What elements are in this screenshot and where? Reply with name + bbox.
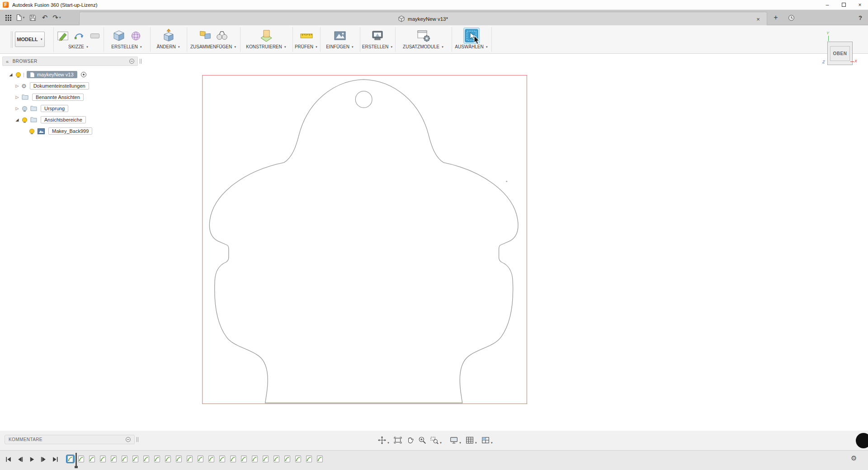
ribbon-dropdown-auswaehlen[interactable]: AUSWÄHLEN▼ — [452, 44, 491, 49]
insert-image-icon[interactable] — [333, 28, 347, 43]
visibility-bulb-icon[interactable] — [29, 129, 34, 133]
ribbon-dropdown-konstruieren[interactable]: KONSTRUIEREN▼ — [240, 44, 292, 49]
measure-icon[interactable] — [299, 28, 314, 43]
ribbon-dropdown-einfuegen[interactable]: EINFÜGEN▼ — [320, 44, 360, 49]
interference-icon[interactable] — [215, 29, 229, 42]
ribbon-dropdown-erstellen[interactable]: ERSTELLEN▼ — [104, 44, 150, 49]
timeline-feature-18-sketch-icon[interactable] — [251, 455, 259, 463]
project-geometry-icon[interactable] — [73, 29, 85, 42]
expand-open-icon[interactable]: ◢ — [14, 118, 20, 122]
sketch-plane-icon[interactable] — [89, 29, 101, 42]
file-menu-button[interactable]: ▼ — [15, 12, 26, 24]
browser-item-ansichtsbereiche[interactable]: ◢ Ansichtsbereiche — [2, 115, 138, 124]
go-to-end-button[interactable] — [52, 456, 59, 463]
create-form-icon[interactable] — [129, 29, 142, 42]
feedback-bubble[interactable] — [856, 433, 868, 448]
ribbon-dropdown-zusatzmodule[interactable]: ZUSATZMODULE▼ — [395, 44, 452, 49]
collapse-panel-icon[interactable]: « — [6, 59, 9, 64]
make-3dprint-icon[interactable] — [370, 28, 385, 43]
redo-button[interactable]: ↷▼ — [52, 12, 62, 24]
display-settings-button[interactable]: ▼ — [450, 436, 462, 444]
save-button[interactable] — [27, 12, 38, 24]
addins-icon[interactable] — [416, 28, 431, 43]
browser-item-ursprung[interactable]: ▷ Ursprung — [2, 104, 138, 113]
browser-item-label[interactable]: Ansichtsbereiche — [41, 116, 86, 123]
help-button[interactable]: ? — [854, 10, 866, 25]
ribbon-dropdown-aendern[interactable]: ÄNDERN▼ — [150, 44, 187, 49]
visibility-bulb-icon[interactable] — [22, 118, 27, 122]
viewports-button[interactable]: ▼ — [481, 436, 493, 444]
timeline-feature-2-sketch-icon[interactable] — [77, 455, 85, 463]
panel-resize-grip[interactable] — [140, 59, 142, 64]
timeline-feature-13-sketch-icon[interactable] — [197, 455, 204, 463]
timeline-feature-19-sketch-icon[interactable] — [262, 455, 269, 463]
minimize-panel-icon[interactable] — [129, 59, 134, 64]
timeline-feature-10-sketch-icon[interactable] — [164, 455, 172, 463]
look-at-button[interactable] — [394, 436, 402, 444]
press-pull-icon[interactable] — [161, 28, 176, 43]
comments-bar[interactable]: KOMMENTARE — [5, 435, 135, 444]
toolbar-grip[interactable] — [11, 31, 13, 48]
go-to-start-button[interactable] — [5, 456, 12, 463]
timeline-feature-8-sketch-icon[interactable] — [142, 455, 150, 463]
ribbon-dropdown-erstellen-make[interactable]: ERSTELLEN▼ — [360, 44, 395, 49]
activate-component-radio[interactable] — [81, 72, 86, 77]
ribbon-dropdown-pruefen[interactable]: PRÜFEN▼ — [292, 44, 320, 49]
undo-button[interactable]: ↶ — [39, 12, 50, 24]
expand-closed-icon[interactable]: ▷ — [14, 84, 20, 88]
browser-item-dokumenteinstellungen[interactable]: ▷ ⚙ Dokumenteinstellungen — [2, 81, 138, 90]
timeline-feature-24-sketch-icon[interactable] — [316, 455, 324, 463]
root-component-pill[interactable]: maykeyNew v13 — [27, 71, 77, 78]
timeline-settings-gear-icon[interactable]: ⚙ — [851, 454, 857, 462]
maximize-button[interactable] — [835, 0, 852, 9]
minimize-button[interactable]: – — [819, 0, 835, 9]
step-back-button[interactable] — [16, 456, 24, 463]
browser-item-label[interactable]: Benannte Ansichten — [32, 94, 84, 101]
close-button[interactable]: × — [852, 0, 868, 9]
viewcube-top-face[interactable]: OBEN — [827, 42, 853, 65]
pan-button[interactable] — [406, 436, 414, 444]
visibility-bulb-off-icon[interactable] — [22, 106, 27, 111]
browser-header[interactable]: « BROWSER — [2, 56, 138, 66]
expand-closed-icon[interactable]: ▷ — [14, 107, 20, 111]
timeline-feature-4-sketch-icon[interactable] — [99, 455, 107, 463]
minimize-comments-icon[interactable] — [126, 437, 131, 442]
job-status-button[interactable] — [785, 10, 797, 25]
ribbon-dropdown-zusammenfuegen[interactable]: ZUSAMMENFÜGEN▼ — [187, 44, 240, 49]
create-sketch-icon[interactable] — [56, 29, 70, 42]
browser-item-makey-back999[interactable]: Makey_Back999 — [2, 127, 138, 136]
timeline-feature-3-sketch-icon[interactable] — [88, 455, 96, 463]
expand-closed-icon[interactable]: ▷ — [14, 95, 20, 99]
timeline-feature-1-sketch-icon[interactable] — [66, 455, 74, 463]
play-button[interactable] — [28, 456, 36, 463]
timeline-feature-12-sketch-icon[interactable] — [186, 455, 193, 463]
create-solid-icon[interactable] — [112, 28, 126, 43]
view-cube[interactable]: Y OBEN X Z — [825, 31, 865, 71]
new-tab-button[interactable]: + — [770, 10, 782, 25]
browser-item-benannte-ansichten[interactable]: ▷ Benannte Ansichten — [2, 93, 138, 102]
tab-close-button[interactable]: × — [754, 15, 762, 23]
timeline-feature-9-sketch-icon[interactable] — [153, 455, 161, 463]
timeline-feature-6-sketch-icon[interactable] — [121, 455, 128, 463]
orbit-button[interactable]: ▼ — [378, 436, 390, 444]
timeline-feature-17-sketch-icon[interactable] — [240, 455, 248, 463]
timeline-feature-7-sketch-icon[interactable] — [132, 455, 139, 463]
assemble-icon[interactable] — [198, 29, 212, 42]
construction-plane-icon[interactable] — [259, 28, 274, 43]
timeline-feature-5-sketch-icon[interactable] — [110, 455, 118, 463]
browser-item-label[interactable]: Dokumenteinstellungen — [30, 82, 89, 89]
data-panel-toggle-button[interactable] — [3, 12, 14, 24]
timeline-feature-22-sketch-icon[interactable] — [294, 455, 302, 463]
sketch-drawing[interactable] — [202, 75, 527, 404]
browser-item-label[interactable]: Ursprung — [41, 105, 68, 112]
timeline-feature-11-sketch-icon[interactable] — [175, 455, 183, 463]
timeline-feature-14-sketch-icon[interactable] — [208, 455, 215, 463]
ribbon-dropdown-skizze[interactable]: SKIZZE▼ — [53, 44, 104, 49]
browser-item-label[interactable]: Makey_Back999 — [48, 127, 92, 135]
document-tab[interactable]: maykeyNew v13* × — [79, 12, 767, 25]
visibility-bulb-icon[interactable] — [16, 72, 21, 77]
zoom-window-button[interactable]: ▼ — [430, 436, 442, 444]
zoom-button[interactable] — [418, 436, 426, 444]
timeline-feature-23-sketch-icon[interactable] — [305, 455, 313, 463]
step-forward-button[interactable] — [40, 456, 47, 463]
